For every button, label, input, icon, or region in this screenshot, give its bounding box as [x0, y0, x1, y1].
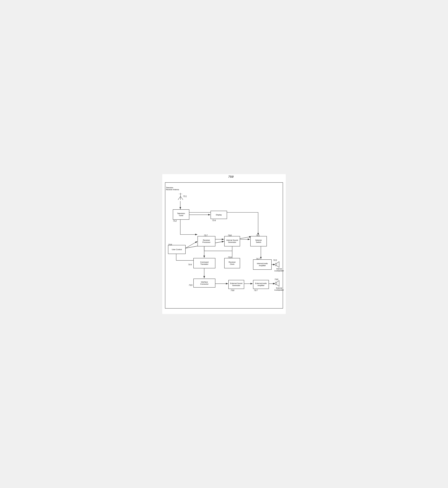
external-speaker-symbol: [275, 280, 280, 288]
interface-connector-block: InterfaceConnector: [193, 279, 215, 288]
ref-751: 751: [183, 195, 187, 198]
internal-speaker-label: InternalLoudspeaker: [274, 268, 284, 272]
outer-ref-label: 750: [228, 175, 234, 179]
tv-tuner-block: TelevisionTuner: [173, 209, 189, 220]
internal-speaker-symbol: [275, 261, 280, 269]
internal-sound-gen-block: Internal SoundGenerator: [224, 236, 240, 246]
svg-rect-24: [275, 263, 277, 266]
svg-line-21: [181, 196, 183, 200]
user-control-block: User Control: [168, 245, 186, 254]
svg-marker-25: [277, 262, 279, 267]
receiver-clock-block: ReceiverClock: [224, 258, 240, 268]
ref-760: 760: [228, 234, 232, 237]
ref-767: 767: [254, 289, 258, 292]
external-speaker-label: ExternalLoudspeaker: [274, 287, 284, 291]
svg-rect-26: [275, 282, 277, 285]
display-block: Display: [211, 211, 227, 219]
external-audio-amp-block: External AudioAmplifier: [253, 280, 269, 289]
ref-762: 762: [256, 258, 260, 260]
selector-switch-block: SelectorSwitch: [250, 236, 267, 246]
external-sound-gen-block: External SoundGenerator: [228, 280, 244, 289]
ref-766: 766: [231, 289, 234, 292]
antenna-label: TelevisionReceiver Antenna: [166, 187, 179, 191]
ref-759: 759: [228, 256, 232, 259]
ref-761: 761: [256, 234, 260, 237]
svg-line-4: [185, 241, 197, 248]
ref-763: 763: [273, 259, 277, 262]
ref-752: 752: [173, 220, 177, 222]
internal-audio-amp-block: Internal AudioAmplifier: [253, 260, 272, 270]
receiver-processor-block: ReceiverProcessor: [198, 236, 215, 246]
svg-line-6: [185, 236, 251, 248]
svg-marker-27: [277, 281, 279, 286]
ref-768: 768: [274, 278, 278, 281]
ref-765: 765: [189, 284, 192, 287]
page: 750: [162, 174, 286, 314]
ref-764: 764: [188, 264, 192, 266]
diagram-container: TelevisionReceiver Antenna 751 Televisio…: [165, 182, 283, 308]
ref-754: 754: [212, 219, 216, 222]
svg-line-20: [178, 196, 181, 200]
ref-758: 758: [168, 244, 172, 246]
ref-757: 757: [204, 234, 208, 237]
command-translator-block: CommandTranslator: [193, 258, 215, 268]
